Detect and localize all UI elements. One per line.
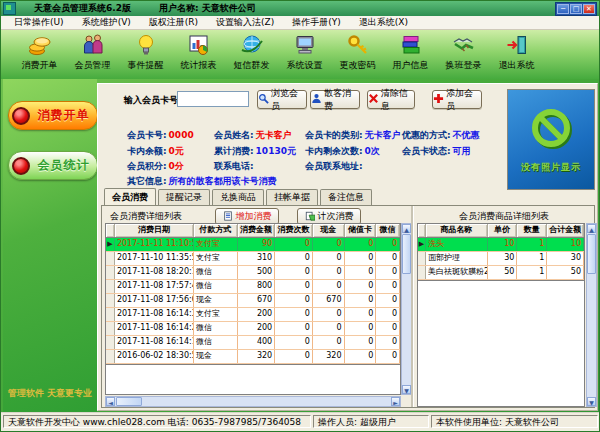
table-cell: 0	[345, 266, 377, 279]
table-cell: 1	[517, 238, 547, 251]
scroll-thumb[interactable]	[402, 234, 411, 274]
table-header-row: 消费日期付款方式消费金额消费次数现金储值卡微信	[106, 224, 400, 238]
field-label: 会员卡号:	[127, 130, 167, 140]
table-cell: 670	[238, 294, 276, 307]
toolbar-key[interactable]: 更改密码	[331, 33, 384, 79]
toolbar-computer[interactable]: 系统设置	[278, 33, 331, 79]
table-cell: 30	[488, 252, 518, 265]
scroll-down-icon[interactable]: ▼	[402, 385, 411, 394]
menu-item-4[interactable]: 设置输入法(Z)	[207, 16, 283, 29]
sidebar-button-consume[interactable]: 消费开单	[8, 101, 98, 130]
table-cell: 0	[376, 280, 400, 293]
table-row[interactable]: 2017-11-08 16:14:33支付宝2000000	[106, 308, 400, 322]
no-photo-text: 没有照片显示	[521, 161, 581, 174]
column-header[interactable]: 现金	[313, 224, 345, 237]
table-cell: 0	[345, 336, 377, 349]
column-header[interactable]: 合计金额	[547, 224, 584, 237]
table-cell: 200	[238, 322, 276, 335]
close-button[interactable]: ✕	[583, 4, 595, 14]
products-vscrollbar[interactable]: ▲ ▼	[586, 223, 597, 407]
table-cell: 0	[345, 238, 377, 251]
scroll-left-icon[interactable]: ◄	[106, 397, 115, 406]
field-label: 会员卡的类别:	[305, 130, 363, 140]
minimize-button[interactable]: ─	[557, 4, 569, 14]
table-row[interactable]: 2017-11-08 17:57:49微信8000000	[106, 280, 400, 294]
key-icon	[331, 33, 384, 59]
menu-item-5[interactable]: 操作手册(Y)	[283, 16, 350, 29]
table-cell: 0	[376, 350, 400, 363]
table-row[interactable]: 2017-11-10 11:35:54支付宝3100000	[106, 252, 400, 266]
card-number-label: 输入会员卡号:	[124, 94, 182, 107]
menu-item-1[interactable]: 日常操作(U)	[5, 16, 73, 29]
no-photo-icon	[528, 105, 574, 155]
table-cell: 500	[238, 266, 276, 279]
toolbar-books[interactable]: 用户信息	[384, 33, 437, 79]
column-header[interactable]: 商品名称	[426, 224, 488, 237]
column-header[interactable]: 微信	[376, 224, 400, 237]
toolbar-exit-door[interactable]: 退出系统	[490, 33, 543, 79]
scroll-up-icon[interactable]: ▲	[402, 224, 411, 233]
maximize-button[interactable]: □	[570, 4, 582, 14]
table-row[interactable]: 2017-11-08 16:14:24微信2000000	[106, 322, 400, 336]
member-info-field: 优惠的方式:不优惠	[402, 129, 480, 142]
row-indicator	[418, 252, 426, 265]
scroll-thumb[interactable]	[587, 234, 596, 274]
consumption-table: 消费日期付款方式消费金额消费次数现金储值卡微信▶2017-11-11 11:10…	[105, 223, 401, 365]
table-row[interactable]: 美白祛斑软膜粉2050150	[418, 266, 584, 280]
scroll-thumb[interactable]	[116, 397, 142, 406]
table-cell: 670	[313, 294, 345, 307]
table-row[interactable]: ▶2017-11-11 11:10:59支付宝900000	[106, 238, 400, 252]
toolbar-globe[interactable]: 短信群发	[225, 33, 278, 79]
column-header[interactable]: 消费次数	[275, 224, 313, 237]
menu-item-2[interactable]: 系统维护(V)	[73, 16, 140, 29]
table-cell: 2017-11-11 11:10:59	[115, 238, 194, 251]
toolbar-members[interactable]: 会员管理	[66, 33, 119, 79]
magnifier-icon	[258, 93, 269, 106]
consumption-hscrollbar[interactable]: ◄ ►	[105, 396, 401, 407]
tab-3[interactable]: 兑换商品	[212, 189, 264, 205]
table-row[interactable]: 面部护理30130	[418, 252, 584, 266]
column-header[interactable]: 数量	[517, 224, 547, 237]
tab-4[interactable]: 挂帐单据	[266, 189, 318, 205]
tab-2[interactable]: 提醒记录	[158, 189, 210, 205]
table-row[interactable]: 2017-11-08 16:14:12微信4000000	[106, 336, 400, 350]
walkin-consume-button[interactable]: 散客消费	[310, 90, 360, 109]
field-label: 其它信息:	[127, 176, 167, 186]
add-member-button[interactable]: 添加会员	[432, 90, 482, 109]
table-row[interactable]: 2017-11-08 18:20:15微信5000000	[106, 266, 400, 280]
field-value: 0000	[169, 130, 194, 140]
menu-item-3[interactable]: 版权注册(R)	[140, 16, 207, 29]
column-header[interactable]: 单价	[488, 224, 518, 237]
chart-icon	[172, 33, 225, 59]
field-label: 会员联系地址:	[305, 161, 363, 171]
column-header[interactable]: 储值卡	[345, 224, 377, 237]
table-cell: 2017-11-10 11:35:54	[115, 252, 194, 265]
table-cell: 0	[275, 336, 313, 349]
sidebar-button-member-stats[interactable]: 会员统计	[8, 151, 98, 180]
toolbar-handshake[interactable]: 换班登录	[437, 33, 490, 79]
column-header[interactable]: 消费金额	[238, 224, 276, 237]
column-header[interactable]: 消费日期	[115, 224, 194, 237]
person-icon	[311, 93, 322, 106]
clear-info-button[interactable]: 清除信息	[367, 90, 415, 109]
browse-member-button[interactable]: 浏览会员	[257, 90, 307, 109]
table-row[interactable]: ▶洗头10110	[418, 238, 584, 252]
toolbar-chart[interactable]: 统计报表	[172, 33, 225, 79]
toolbar-bulb[interactable]: 事件提醒	[119, 33, 172, 79]
table-row[interactable]: 2016-06-02 18:30:58现金320032000	[106, 350, 400, 364]
scroll-right-icon[interactable]: ►	[391, 397, 400, 406]
toolbar-coins[interactable]: 消费开单	[13, 33, 66, 79]
column-header[interactable]: 付款方式	[194, 224, 238, 237]
tab-5[interactable]: 备注信息	[320, 189, 372, 205]
status-operator: 操作人员: 超级用户	[313, 415, 429, 428]
scroll-down-icon[interactable]: ▼	[587, 397, 596, 406]
scroll-up-icon[interactable]: ▲	[587, 224, 596, 233]
table-cell: 0	[275, 350, 313, 363]
card-number-input[interactable]	[177, 91, 249, 107]
table-row[interactable]: 2017-11-08 17:56:07现金670067000	[106, 294, 400, 308]
toolbar-label: 消费开单	[22, 60, 58, 70]
row-indicator-icon: ▶	[106, 238, 115, 251]
menu-item-6[interactable]: 退出系统(X)	[350, 16, 417, 29]
field-value: 0元	[169, 146, 184, 156]
tab-1[interactable]: 会员消费	[104, 188, 156, 206]
